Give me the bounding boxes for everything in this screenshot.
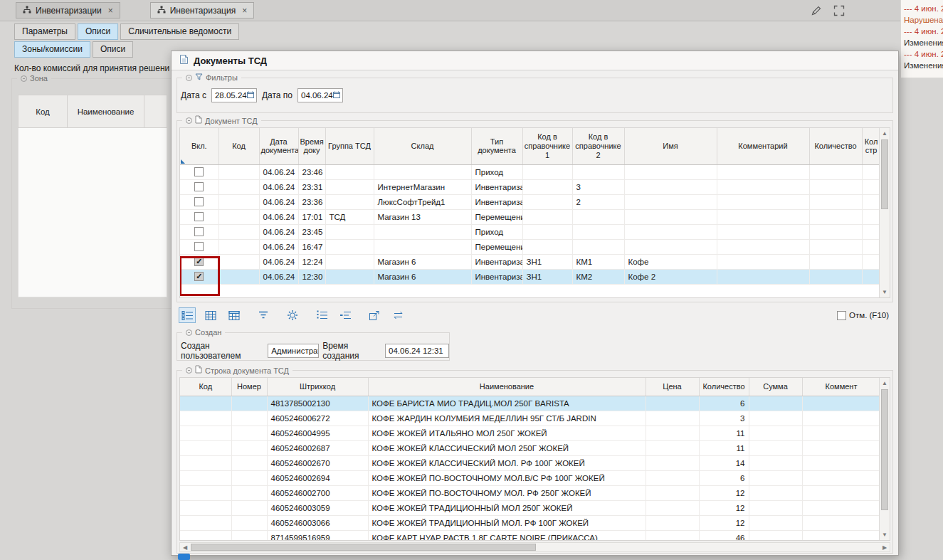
row-checkbox[interactable] (194, 242, 204, 251)
tab-close-icon[interactable]: × (108, 6, 113, 16)
column-header[interactable]: Код (180, 378, 231, 396)
column-header[interactable]: Кол стр (862, 128, 880, 164)
window-tab[interactable]: Инвентаризация× (150, 2, 254, 19)
column-header[interactable]: Номер (231, 378, 267, 396)
collapse-icon[interactable] (186, 117, 192, 124)
list-collapse-icon[interactable] (337, 307, 354, 323)
document-row[interactable]: 04.06.2417:01ТСДМагазин 13Перемещени (180, 209, 880, 224)
collapse-icon[interactable] (186, 367, 192, 374)
sitemap-icon (157, 6, 166, 16)
row-checkbox[interactable] (194, 227, 204, 236)
column-header[interactable]: Дата документа (259, 128, 298, 164)
zone-table-body[interactable] (18, 128, 167, 297)
column-header[interactable]: Коммент (802, 378, 880, 396)
table-view-icon[interactable] (202, 307, 219, 323)
line-row[interactable]: 4813785002130КОФЕ БАРИСТА МИО ТРАДИЦ.МОЛ… (180, 396, 880, 411)
list-details-icon[interactable] (179, 307, 196, 323)
checkbox-icon[interactable] (837, 311, 846, 320)
line-row[interactable]: 4605246003059КОФЕ ЖОКЕЙ ТРАДИЦИОННЫЙ МОЛ… (180, 500, 880, 515)
collapse-icon[interactable] (186, 329, 192, 336)
tab-item[interactable]: Зоны/комиссии (14, 41, 90, 58)
document-row[interactable]: 04.06.2423:31ИнтернетМагазинИнвентариза3 (180, 179, 880, 194)
line-row[interactable]: 4605246002700КОФЕ ЖОКЕЙ ПО-ВОСТОЧНОМУ МО… (180, 485, 880, 500)
document-row[interactable]: ✓04.06.2412:24Магазин 6ИнвентаризаЗН1КМ1… (180, 254, 880, 269)
scroll-left-icon[interactable]: ◀ (180, 543, 190, 551)
calendar-icon[interactable] (247, 91, 254, 100)
line-row[interactable]: 8714599516959КОФЕ КАРТ НУАР РАСТВ 1.8Г C… (180, 530, 880, 541)
column-header[interactable]: Склад (374, 128, 471, 164)
column-header[interactable]: Штрихкод (267, 378, 368, 396)
dialog-title: Документы ТСД (194, 56, 267, 66)
created-time-input[interactable]: 04.06.24 12:31 (385, 344, 449, 358)
calendar-icon[interactable] (333, 91, 340, 100)
bottom-partial-button[interactable] (178, 554, 190, 560)
calendar-grid-icon[interactable] (226, 307, 243, 323)
column-header[interactable]: Тип документа (471, 128, 522, 164)
line-row[interactable]: 4605246004995КОФЕ ЖОКЕЙ ИТАЛЬЯНО МОЛ 250… (180, 426, 880, 440)
scroll-down-icon[interactable]: ▼ (880, 287, 890, 297)
numbered-list-icon[interactable] (313, 307, 330, 323)
row-checkbox[interactable]: ✓ (194, 257, 204, 266)
filter-icon[interactable] (255, 307, 272, 323)
window-tab[interactable]: Инвентаризации× (16, 2, 120, 19)
collapse-icon[interactable] (186, 75, 192, 81)
tab-item[interactable]: Описи (78, 23, 118, 40)
line-row[interactable]: 4605246003066КОФЕ ЖОКЕЙ ТРАДИЦИОННЫЙ МОЛ… (180, 515, 880, 530)
column-header[interactable]: Наименование (68, 95, 144, 128)
edit-pencil-icon[interactable] (811, 5, 822, 16)
document-row[interactable]: 04.06.2423:46Приход (180, 164, 880, 179)
column-header[interactable]: Код в справочнике 2 (572, 128, 624, 164)
column-header[interactable]: Сумма (749, 378, 802, 396)
line-row[interactable]: 4605246006272КОФЕ ЖАРДИН КОЛУМБИЯ МЕДЕЛЛ… (180, 411, 880, 426)
tab-item[interactable]: Параметры (14, 23, 75, 40)
tab-item[interactable]: Описи (93, 41, 133, 58)
column-header[interactable]: Наименование (368, 378, 646, 396)
column-header[interactable]: Группа ТСД (325, 128, 374, 164)
scroll-up-icon[interactable]: ▲ (880, 378, 890, 389)
row-checkbox[interactable] (194, 182, 204, 191)
line-row[interactable]: 4605246002694КОФЕ ЖОКЕЙ ПО-ВОСТОЧНОМУ МО… (180, 470, 880, 485)
column-header[interactable]: Цена (646, 378, 699, 396)
column-header[interactable]: Время доку (298, 128, 325, 164)
tabs-level3: Зоны/комиссииОписи (14, 41, 133, 58)
refresh-icon[interactable] (389, 307, 406, 323)
date-to-input[interactable]: 04.06.24 (297, 88, 343, 102)
document-row[interactable]: 04.06.2423:45Приход (180, 224, 880, 239)
line-row[interactable]: 4605246002687КОФЕ ЖОКЕЙ КЛАССИЧЕСКИЙ МОЛ… (180, 440, 880, 455)
date-from-input[interactable]: 28.05.24 (211, 88, 257, 102)
open-external-icon[interactable] (366, 307, 383, 323)
tsd-documents-dialog: Документы ТСД Фильтры Дата с 28.05.24 (171, 51, 899, 556)
column-header[interactable]: Код (218, 128, 259, 164)
mark-f10-checkbox[interactable]: Отм. (F10) (837, 311, 889, 320)
scroll-up-icon[interactable]: ▲ (880, 128, 890, 139)
document-row[interactable]: 04.06.2423:36ЛюксСофтТрейд1Инвентариза2 (180, 194, 880, 209)
collapse-icon[interactable] (21, 75, 27, 82)
scroll-thumb[interactable] (881, 389, 888, 510)
fullscreen-icon[interactable] (833, 5, 845, 16)
scroll-right-icon[interactable]: ▶ (880, 543, 890, 551)
column-header[interactable]: Вкл. (180, 128, 218, 164)
gear-icon[interactable] (284, 307, 301, 323)
scroll-thumb[interactable] (191, 544, 536, 551)
column-header[interactable]: Код (18, 95, 68, 128)
tab-item[interactable]: Сличительные ведомости (120, 23, 239, 40)
tab-close-icon[interactable]: × (242, 6, 247, 16)
row-checkbox[interactable]: ✓ (194, 272, 204, 281)
column-header[interactable]: Количество (809, 128, 862, 164)
column-header[interactable]: Имя (624, 128, 717, 164)
row-checkbox[interactable] (194, 197, 204, 206)
row-checkbox[interactable] (194, 212, 204, 221)
date-to-label: Дата по (262, 90, 293, 100)
documents-group-label: Документ ТСД (182, 115, 261, 126)
scroll-thumb[interactable] (881, 139, 888, 209)
column-header[interactable]: Количество (699, 378, 749, 396)
row-checkbox[interactable] (194, 167, 204, 176)
scroll-down-icon[interactable]: ▼ (880, 529, 890, 540)
column-header[interactable]: Комментарий (717, 128, 809, 164)
lines-vertical-scrollbar: ▲ ▼ (879, 378, 890, 540)
created-user-input[interactable]: Администратор (268, 344, 319, 358)
document-row[interactable]: ✓04.06.2412:30Магазин 6ИнвентаризаЗН1КМ2… (180, 269, 880, 284)
document-row[interactable]: 04.06.2416:47Перемещени (180, 239, 880, 254)
line-row[interactable]: 4605246002670КОФЕ ЖОКЕЙ КЛАССИЧЕСКИЙ МОЛ… (180, 455, 880, 470)
column-header[interactable]: Код в справочнике 1 (522, 128, 572, 164)
